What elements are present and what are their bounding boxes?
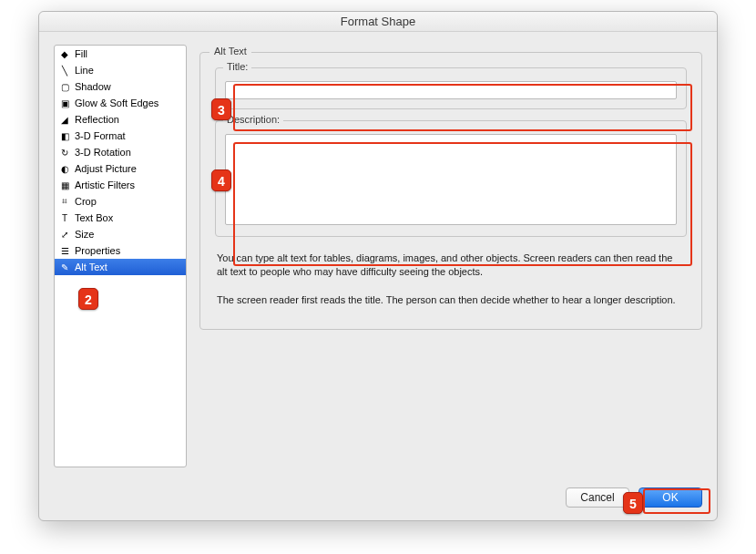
main-panel: Alt Text Title: Description: You can typ… [199,45,702,467]
description-input[interactable] [225,134,677,225]
reflection-icon: ◢ [58,113,71,126]
sidebar-item-line[interactable]: ╲ Line [55,62,186,78]
cancel-button[interactable]: Cancel [566,487,629,508]
size-icon: ⤢ [58,228,71,241]
sidebar-item-label: Fill [75,48,87,59]
crop-icon: ⌗ [58,195,71,208]
sidebar-item-label: Crop [75,196,97,207]
sidebar-item-label: Reflection [75,114,119,125]
description-field-box: Description: [215,120,687,237]
help-text-2: The screen reader first reads the title.… [215,290,687,318]
sidebar-item-label: Glow & Soft Edges [75,97,158,108]
text-box-icon: T [58,211,71,224]
sidebar-item-label: Line [75,65,94,76]
sidebar-item-3d-rotation[interactable]: ↻ 3-D Rotation [55,144,186,160]
sidebar-item-reflection[interactable]: ◢ Reflection [55,111,186,128]
sidebar-item-size[interactable]: ⤢ Size [55,226,186,242]
adjust-icon: ◐ [58,162,71,175]
properties-icon: ☰ [58,244,71,257]
sidebar-item-label: Properties [75,245,120,256]
group-title: Alt Text [209,46,251,56]
description-label: Description: [223,114,283,125]
line-icon: ╲ [58,64,71,77]
sidebar-item-glow[interactable]: ▣ Glow & Soft Edges [55,95,186,111]
sidebar-item-properties[interactable]: ☰ Properties [55,242,186,259]
sidebar-item-label: Alt Text [75,262,107,272]
alt-text-group: Alt Text Title: Description: You can typ… [199,52,702,330]
cube-icon: ◧ [58,129,71,142]
category-sidebar: ◆ Fill ╲ Line ▢ Shadow ▣ Glow & Soft Edg… [54,45,187,467]
format-shape-dialog: Format Shape ◆ Fill ╲ Line ▢ Shadow ▣ Gl… [38,11,718,521]
ok-button[interactable]: OK [639,487,702,508]
alt-text-icon: ✎ [58,261,71,273]
callout-4: 4 [211,169,231,191]
sidebar-item-artistic-filters[interactable]: ▦ Artistic Filters [55,177,186,193]
sidebar-item-label: Adjust Picture [75,163,137,174]
callout-2: 2 [78,288,98,310]
filters-icon: ▦ [58,179,71,191]
help-text-1: You can type alt text for tables, diagra… [215,248,687,290]
title-input[interactable] [225,81,677,99]
sidebar-item-label: Text Box [75,212,113,223]
sidebar-item-text-box[interactable]: T Text Box [55,210,186,226]
sidebar-item-label: 3-D Rotation [75,147,131,158]
paint-bucket-icon: ◆ [58,47,71,60]
sidebar-item-crop[interactable]: ⌗ Crop [55,193,186,210]
callout-5: 5 [623,492,643,514]
sidebar-item-shadow[interactable]: ▢ Shadow [55,78,186,95]
glow-icon: ▣ [58,97,71,109]
callout-3: 3 [211,98,231,120]
sidebar-item-fill[interactable]: ◆ Fill [55,46,186,62]
sidebar-item-label: Shadow [75,81,111,92]
title-field-box: Title: [215,67,687,109]
dialog-title: Format Shape [39,12,717,32]
rotate-icon: ↻ [58,146,71,159]
sidebar-item-alt-text[interactable]: ✎ Alt Text [55,259,186,275]
sidebar-item-label: Size [75,229,94,240]
sidebar-item-3d-format[interactable]: ◧ 3-D Format [55,128,186,144]
dialog-buttons: Cancel OK [39,478,717,520]
sidebar-item-label: Artistic Filters [75,180,135,190]
title-label: Title: [223,61,251,72]
shadow-icon: ▢ [58,80,71,93]
sidebar-item-adjust-picture[interactable]: ◐ Adjust Picture [55,160,186,177]
dialog-content: ◆ Fill ╲ Line ▢ Shadow ▣ Glow & Soft Edg… [39,32,717,478]
sidebar-item-label: 3-D Format [75,130,126,141]
